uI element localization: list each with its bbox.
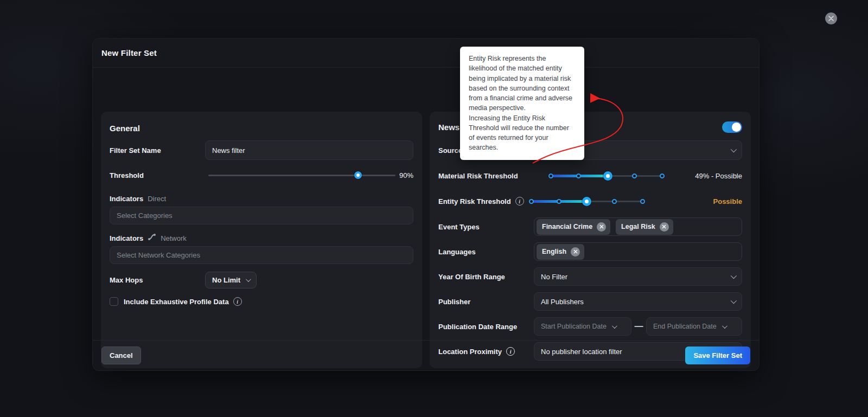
chevron-down-icon: [731, 146, 737, 152]
languages-field[interactable]: English: [534, 242, 742, 261]
modal-footer: Cancel Save Filter Set: [93, 340, 759, 370]
end-publication-date-placeholder: End Publication Date: [653, 323, 717, 330]
material-risk-tick[interactable]: [632, 174, 637, 178]
material-risk-tick[interactable]: [660, 174, 665, 178]
threshold-slider[interactable]: [208, 171, 395, 179]
language-chip: English: [537, 244, 584, 260]
material-risk-label: Material Risk Threshold: [438, 172, 551, 180]
chevron-down-icon: [731, 298, 737, 304]
event-type-chip: Financial Crime: [537, 219, 610, 235]
filter-set-name-label: Filter Set Name: [110, 146, 205, 155]
yob-range-label: Year Of Birth Range: [438, 273, 534, 281]
entity-risk-tooltip: Entity Risk represents the likelihood of…: [460, 47, 584, 160]
cancel-button[interactable]: Cancel: [101, 347, 141, 364]
remove-chip-icon[interactable]: [597, 222, 606, 232]
modal-header: New Filter Set: [93, 39, 759, 68]
remove-chip-icon[interactable]: [660, 222, 669, 232]
tooltip-paragraph-1: Entity Risk represents the likelihood of…: [469, 54, 576, 113]
general-heading: General: [110, 124, 140, 133]
publisher-label: Publisher: [438, 298, 534, 306]
threshold-slider-handle[interactable]: [354, 171, 362, 179]
exhaustive-profile-checkbox[interactable]: [110, 297, 118, 306]
material-risk-tick[interactable]: [576, 174, 581, 178]
indicators-network-label: Indicators: [110, 234, 143, 242]
page-background: New Filter Set General Filter Set Name T…: [0, 0, 868, 417]
publisher-select[interactable]: All Publishers: [534, 292, 742, 311]
select-network-categories-placeholder: Select Network Categories: [117, 251, 200, 259]
indicators-direct-label: Indicators: [110, 195, 143, 203]
event-type-chip-label: Legal Risk: [621, 223, 655, 230]
end-publication-date-select[interactable]: End Publication Date: [646, 317, 742, 336]
event-types-field[interactable]: Financial Crime Legal Risk: [534, 217, 742, 236]
language-chip-label: English: [542, 248, 566, 255]
news-heading: News: [438, 123, 459, 132]
filter-set-name-field[interactable]: [205, 140, 413, 160]
save-filter-set-button[interactable]: Save Filter Set: [685, 347, 750, 364]
modal-title: New Filter Set: [101, 48, 157, 57]
material-risk-handle[interactable]: [603, 171, 612, 181]
new-filter-set-modal: New Filter Set General Filter Set Name T…: [92, 38, 760, 371]
entity-risk-slider[interactable]: [532, 196, 643, 206]
network-icon: [148, 233, 156, 243]
event-types-label: Event Types: [438, 223, 534, 231]
entity-risk-tick[interactable]: [612, 199, 617, 204]
indicators-network-sublabel: Network: [161, 234, 187, 242]
select-categories-field[interactable]: Select Categories: [110, 207, 413, 224]
news-toggle-knob: [732, 123, 741, 132]
start-publication-date-select[interactable]: Start Publication Date: [534, 317, 631, 336]
chevron-down-icon: [731, 273, 737, 279]
yob-range-value: No Filter: [541, 273, 567, 281]
entity-risk-tick[interactable]: [557, 199, 561, 204]
max-hops-value: No Limit: [212, 276, 240, 284]
threshold-label: Threshold: [110, 171, 208, 179]
entity-risk-handle[interactable]: [582, 197, 591, 206]
exhaustive-profile-info-icon[interactable]: i: [233, 297, 242, 306]
languages-label: Languages: [438, 248, 534, 256]
max-hops-select[interactable]: No Limit: [205, 272, 257, 288]
material-risk-slider[interactable]: [551, 171, 662, 181]
entity-risk-tick[interactable]: [640, 199, 645, 204]
indicators-direct-sublabel: Direct: [148, 195, 166, 203]
yob-range-select[interactable]: No Filter: [534, 267, 742, 286]
threshold-value: 90%: [399, 171, 413, 179]
publication-date-range-label: Publication Date Range: [438, 323, 534, 331]
date-range-separator: —: [631, 322, 646, 331]
remove-chip-icon[interactable]: [571, 247, 580, 256]
start-publication-date-placeholder: Start Publication Date: [541, 323, 607, 330]
news-toggle[interactable]: [722, 121, 742, 133]
entity-risk-label: Entity Risk Threshold: [438, 197, 511, 206]
general-panel: General Filter Set Name Threshold 90% In…: [101, 112, 422, 368]
tooltip-paragraph-2: Increasing the Entity Risk Threshold wil…: [469, 113, 576, 153]
chevron-down-icon: [722, 323, 727, 329]
select-categories-placeholder: Select Categories: [117, 211, 173, 220]
material-risk-value: 49% - Possible: [695, 172, 742, 180]
exhaustive-profile-label: Include Exhaustive Profile Data: [124, 298, 229, 306]
close-icon[interactable]: [825, 12, 837, 24]
select-network-categories-field[interactable]: Select Network Categories: [110, 246, 413, 264]
filter-set-name-input[interactable]: [212, 146, 406, 155]
threshold-slider-track[interactable]: [208, 175, 395, 176]
entity-risk-value: Possible: [713, 197, 742, 206]
chevron-down-icon: [612, 323, 617, 329]
max-hops-label: Max Hops: [110, 276, 205, 284]
event-type-chip: Legal Risk: [616, 219, 673, 235]
entity-risk-info-icon[interactable]: i: [515, 197, 524, 206]
event-type-chip-label: Financial Crime: [542, 223, 592, 230]
material-risk-tick[interactable]: [548, 174, 553, 178]
publisher-value: All Publishers: [541, 298, 584, 306]
chevron-down-icon: [246, 277, 251, 282]
entity-risk-tick[interactable]: [529, 199, 534, 204]
